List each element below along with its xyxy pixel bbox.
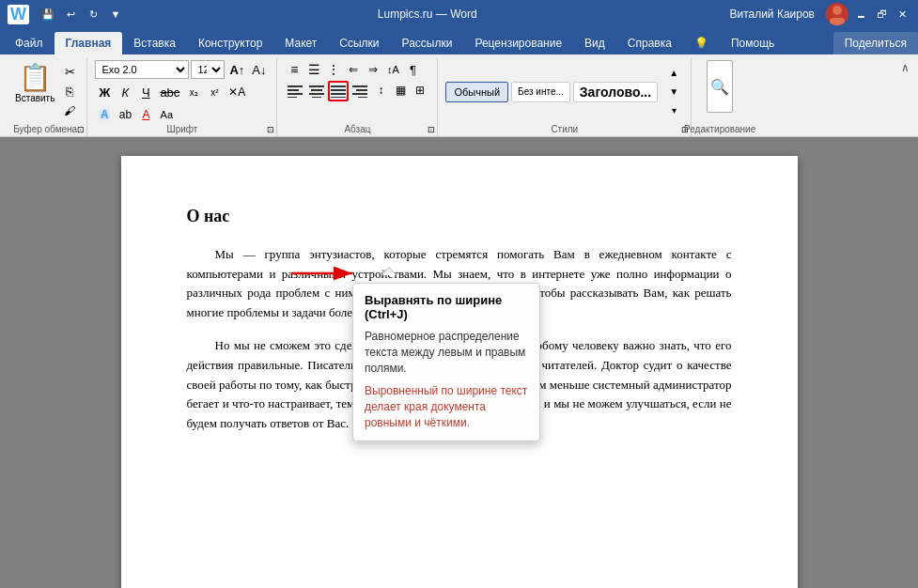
tab-file[interactable]: Файл	[4, 32, 54, 54]
tab-layout[interactable]: Макет	[273, 32, 328, 54]
tab-pomosch[interactable]: Помощь	[720, 32, 786, 54]
svg-rect-11	[331, 89, 346, 91]
svg-rect-8	[309, 93, 324, 95]
user-name: Виталий Каиров	[729, 8, 815, 21]
italic-btn[interactable]: К	[116, 83, 134, 101]
font-size-select[interactable]: 12	[191, 60, 225, 79]
svg-rect-3	[288, 89, 299, 91]
char-spacing-btn[interactable]: Аа	[157, 105, 176, 124]
find-search-btn[interactable]: 🔍	[707, 60, 733, 113]
bold-btn[interactable]: Ж	[95, 83, 114, 101]
text-effect-btn[interactable]: A	[95, 105, 114, 124]
strikethrough-btn[interactable]: abc	[157, 83, 182, 101]
tooltip-arrow-inner	[382, 269, 396, 275]
paste-icon: 📋	[19, 62, 52, 93]
copy-btn[interactable]: ⎘	[60, 82, 79, 101]
cut-btn[interactable]: ✂	[60, 62, 79, 81]
tab-mailings[interactable]: Рассылки	[391, 32, 464, 54]
line-spacing-btn[interactable]: ↕	[371, 81, 390, 100]
ribbon-group-font: Exo 2.0 12 A↑ A↓ Ж К Ч abc x₂ x² ✕A A ab	[87, 58, 277, 136]
svg-rect-2	[288, 85, 303, 87]
document-wrapper: О нас Мы — группа энтузиастов, которые с…	[0, 137, 918, 588]
tab-view[interactable]: Вид	[573, 32, 616, 54]
borders-btn[interactable]: ⊞	[411, 81, 429, 100]
align-center-btn[interactable]	[306, 81, 327, 101]
superscript-btn[interactable]: x²	[205, 83, 224, 101]
show-marks-btn[interactable]: ¶	[403, 60, 422, 79]
font-label: Шрифт	[166, 124, 197, 134]
svg-rect-6	[309, 85, 324, 87]
tooltip-desc: Равномерное распределение текста между л…	[365, 329, 528, 376]
clipboard-expand-icon[interactable]: ⊡	[77, 125, 85, 134]
ribbon-group-editing: 🔍 Редактирование	[692, 58, 748, 136]
ribbon-tabs: Файл Главная Вставка Конструктор Макет С…	[0, 28, 918, 54]
svg-rect-10	[331, 85, 346, 87]
multilevel-list-btn[interactable]: ⋮	[324, 60, 343, 79]
font-row-3: A ab A Аа	[95, 105, 176, 124]
title-bar: W 💾 ↩ ↻ ▼ Lumpics.ru — Word Виталий Каир…	[0, 0, 918, 28]
styles-more-btn[interactable]: ▾	[664, 102, 683, 119]
align-justify-btn[interactable]	[328, 81, 349, 101]
svg-rect-4	[288, 93, 303, 95]
svg-rect-5	[288, 97, 297, 98]
increase-indent-btn[interactable]: ⇒	[364, 60, 382, 79]
qa-dropdown-btn[interactable]: ▼	[106, 5, 125, 23]
tooltip-box: Выравнять по ширине (Ctrl+J) Равномерное…	[352, 283, 540, 441]
style-heading[interactable]: Заголово...	[573, 82, 658, 102]
svg-rect-16	[352, 93, 367, 95]
sort-btn[interactable]: ↕A	[383, 60, 402, 79]
styles-label: Стили	[551, 124, 578, 134]
redo-qa-btn[interactable]: ↻	[84, 5, 102, 23]
svg-rect-9	[312, 97, 321, 98]
tab-references[interactable]: Ссылки	[328, 32, 390, 54]
font-expand-icon[interactable]: ⊡	[267, 125, 274, 134]
svg-rect-12	[331, 93, 346, 95]
align-left-btn[interactable]	[285, 81, 305, 101]
font-row-1: Exo 2.0 12 A↑ A↓	[95, 60, 269, 79]
paragraph-expand-icon[interactable]: ⊡	[428, 125, 435, 134]
quick-access-toolbar: 💾 ↩ ↻ ▼	[39, 5, 125, 23]
decrease-font-btn[interactable]: A↓	[249, 60, 269, 79]
numbering-btn[interactable]: ☰	[304, 60, 323, 79]
style-normal[interactable]: Обычный	[445, 82, 508, 102]
paste-label: Вставить	[15, 93, 54, 103]
tab-share[interactable]: Поделиться	[833, 32, 918, 54]
content-area: О нас Мы — группа энтузиастов, которые с…	[0, 137, 918, 588]
font-family-select[interactable]: Exo 2.0	[95, 60, 189, 79]
shading-btn[interactable]: ▦	[391, 81, 410, 100]
paste-button[interactable]: 📋 Вставить	[11, 60, 58, 105]
tab-help[interactable]: Справка	[616, 32, 683, 54]
subscript-btn[interactable]: x₂	[184, 83, 203, 101]
svg-rect-14	[352, 85, 367, 87]
decrease-indent-btn[interactable]: ⇐	[344, 60, 363, 79]
undo-qa-btn[interactable]: ↩	[61, 5, 80, 23]
bullets-btn[interactable]: ≡	[285, 60, 303, 79]
increase-font-btn[interactable]: A↑	[226, 60, 247, 79]
ribbon-group-paragraph: ≡ ☰ ⋮ ⇐ ⇒ ↕A ¶	[277, 58, 438, 136]
clear-format-btn[interactable]: ✕A	[226, 83, 248, 101]
tab-design[interactable]: Конструктор	[187, 32, 273, 54]
format-painter-btn[interactable]: 🖌	[60, 101, 79, 120]
paragraph-row-2: ↕ ▦ ⊞	[285, 81, 429, 101]
close-btn[interactable]: ✕	[894, 6, 910, 23]
tab-insert[interactable]: Вставка	[122, 32, 187, 54]
title-bar-left: W 💾 ↩ ↻ ▼	[8, 5, 125, 24]
maximize-btn[interactable]: 🗗	[873, 6, 890, 23]
text-highlight-btn[interactable]: ab	[116, 105, 134, 124]
tab-home[interactable]: Главная	[54, 32, 123, 54]
styles-scroll-up-btn[interactable]: ▲	[664, 65, 683, 82]
font-color-btn[interactable]: A	[136, 105, 155, 124]
styles-scroll-down-btn[interactable]: ▼	[664, 84, 683, 101]
tab-review[interactable]: Рецензирование	[463, 32, 573, 54]
ribbon-collapse-btn[interactable]: ∧	[895, 58, 914, 77]
minimize-btn[interactable]: 🗕	[852, 6, 869, 23]
tab-lightbulb[interactable]: 💡	[683, 32, 720, 54]
user-avatar	[826, 3, 848, 25]
align-right-btn[interactable]	[350, 81, 370, 101]
paragraph-label: Абзац	[344, 124, 370, 134]
editing-label: Редактирование	[684, 124, 755, 134]
svg-rect-17	[358, 97, 367, 98]
underline-btn[interactable]: Ч	[136, 83, 155, 101]
save-qa-btn[interactable]: 💾	[39, 5, 57, 23]
style-no-spacing[interactable]: Без инте...	[511, 82, 570, 102]
